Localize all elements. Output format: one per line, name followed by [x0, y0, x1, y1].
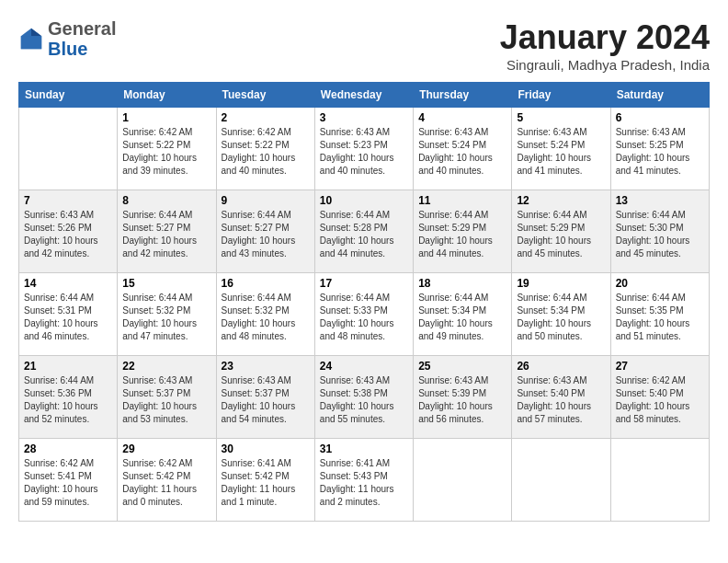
- weekday-header-cell: Friday: [512, 83, 610, 108]
- day-info: Sunrise: 6:43 AMSunset: 5:40 PMDaylight:…: [517, 374, 605, 426]
- day-number: 17: [320, 277, 408, 290]
- calendar-week-row: 14Sunrise: 6:44 AMSunset: 5:31 PMDayligh…: [19, 273, 710, 356]
- location: Singrauli, Madhya Pradesh, India: [500, 57, 710, 73]
- day-info: Sunrise: 6:44 AMSunset: 5:33 PMDaylight:…: [320, 292, 408, 343]
- day-number: 16: [222, 277, 310, 290]
- day-info: Sunrise: 6:44 AMSunset: 5:35 PMDaylight:…: [616, 292, 704, 343]
- day-number: 13: [616, 194, 704, 207]
- day-number: 24: [320, 360, 408, 373]
- day-number: 12: [517, 194, 605, 207]
- day-number: 19: [517, 277, 605, 290]
- calendar-cell: 31Sunrise: 6:41 AMSunset: 5:43 PMDayligh…: [314, 439, 413, 522]
- day-info: Sunrise: 6:44 AMSunset: 5:30 PMDaylight:…: [616, 209, 704, 260]
- calendar-cell: 18Sunrise: 6:44 AMSunset: 5:34 PMDayligh…: [414, 273, 512, 356]
- day-info: Sunrise: 6:43 AMSunset: 5:26 PMDaylight:…: [24, 209, 112, 260]
- calendar-cell: 27Sunrise: 6:42 AMSunset: 5:40 PMDayligh…: [610, 356, 709, 439]
- day-info: Sunrise: 6:42 AMSunset: 5:42 PMDaylight:…: [122, 457, 210, 509]
- day-number: 5: [517, 111, 605, 124]
- day-info: Sunrise: 6:44 AMSunset: 5:27 PMDaylight:…: [122, 209, 210, 260]
- day-info: Sunrise: 6:43 AMSunset: 5:38 PMDaylight:…: [320, 374, 408, 426]
- calendar-cell: 26Sunrise: 6:43 AMSunset: 5:40 PMDayligh…: [512, 356, 610, 439]
- day-info: Sunrise: 6:42 AMSunset: 5:22 PMDaylight:…: [122, 126, 210, 178]
- day-info: Sunrise: 6:42 AMSunset: 5:40 PMDaylight:…: [616, 374, 704, 426]
- day-number: 31: [320, 442, 408, 455]
- day-info: Sunrise: 6:41 AMSunset: 5:43 PMDaylight:…: [320, 457, 408, 509]
- weekday-header-cell: Saturday: [610, 83, 709, 108]
- calendar-week-row: 28Sunrise: 6:42 AMSunset: 5:41 PMDayligh…: [19, 439, 710, 522]
- day-number: 18: [418, 277, 506, 290]
- calendar-cell: 7Sunrise: 6:43 AMSunset: 5:26 PMDaylight…: [19, 190, 118, 273]
- day-info: Sunrise: 6:43 AMSunset: 5:37 PMDaylight:…: [122, 374, 210, 426]
- day-info: Sunrise: 6:43 AMSunset: 5:25 PMDaylight:…: [616, 126, 704, 178]
- month-title: January 2024: [500, 18, 710, 57]
- calendar-cell: [19, 108, 118, 190]
- day-info: Sunrise: 6:44 AMSunset: 5:32 PMDaylight:…: [222, 292, 310, 343]
- day-info: Sunrise: 6:43 AMSunset: 5:24 PMDaylight:…: [517, 126, 605, 178]
- calendar-body: 1Sunrise: 6:42 AMSunset: 5:22 PMDaylight…: [19, 108, 710, 522]
- weekday-header-cell: Wednesday: [314, 83, 413, 108]
- day-info: Sunrise: 6:44 AMSunset: 5:29 PMDaylight:…: [517, 209, 605, 260]
- day-number: 3: [320, 111, 408, 124]
- calendar-cell: 29Sunrise: 6:42 AMSunset: 5:42 PMDayligh…: [118, 439, 216, 522]
- calendar-cell: 16Sunrise: 6:44 AMSunset: 5:32 PMDayligh…: [216, 273, 314, 356]
- weekday-header-cell: Tuesday: [216, 83, 314, 108]
- day-number: 14: [24, 277, 112, 290]
- calendar-cell: 28Sunrise: 6:42 AMSunset: 5:41 PMDayligh…: [19, 439, 118, 522]
- weekday-header-cell: Monday: [118, 83, 216, 108]
- calendar-cell: 3Sunrise: 6:43 AMSunset: 5:23 PMDaylight…: [314, 108, 413, 190]
- day-info: Sunrise: 6:44 AMSunset: 5:34 PMDaylight:…: [418, 292, 506, 343]
- weekday-header-cell: Thursday: [414, 83, 512, 108]
- calendar-cell: 4Sunrise: 6:43 AMSunset: 5:24 PMDaylight…: [414, 108, 512, 190]
- calendar-cell: 8Sunrise: 6:44 AMSunset: 5:27 PMDaylight…: [118, 190, 216, 273]
- day-info: Sunrise: 6:41 AMSunset: 5:42 PMDaylight:…: [222, 457, 310, 509]
- calendar-cell: 17Sunrise: 6:44 AMSunset: 5:33 PMDayligh…: [314, 273, 413, 356]
- day-number: 21: [24, 360, 112, 373]
- calendar-cell: 23Sunrise: 6:43 AMSunset: 5:37 PMDayligh…: [216, 356, 314, 439]
- day-info: Sunrise: 6:43 AMSunset: 5:39 PMDaylight:…: [418, 374, 506, 426]
- calendar-cell: 13Sunrise: 6:44 AMSunset: 5:30 PMDayligh…: [610, 190, 709, 273]
- day-number: 8: [122, 194, 210, 207]
- day-info: Sunrise: 6:44 AMSunset: 5:31 PMDaylight:…: [24, 292, 112, 343]
- day-info: Sunrise: 6:43 AMSunset: 5:23 PMDaylight:…: [320, 126, 408, 178]
- day-number: 15: [122, 277, 210, 290]
- header: General Blue January 2024 Singrauli, Mad…: [18, 18, 710, 73]
- calendar-cell: 5Sunrise: 6:43 AMSunset: 5:24 PMDaylight…: [512, 108, 610, 190]
- day-number: 28: [24, 442, 112, 455]
- logo-icon: [18, 26, 44, 52]
- day-info: Sunrise: 6:44 AMSunset: 5:32 PMDaylight:…: [122, 292, 210, 343]
- calendar-cell: 2Sunrise: 6:42 AMSunset: 5:22 PMDaylight…: [216, 108, 314, 190]
- svg-rect-2: [21, 36, 41, 49]
- day-info: Sunrise: 6:44 AMSunset: 5:28 PMDaylight:…: [320, 209, 408, 260]
- day-number: 22: [122, 360, 210, 373]
- day-info: Sunrise: 6:42 AMSunset: 5:41 PMDaylight:…: [24, 457, 112, 509]
- day-number: 6: [616, 111, 704, 124]
- day-info: Sunrise: 6:42 AMSunset: 5:22 PMDaylight:…: [222, 126, 310, 178]
- logo: General Blue: [18, 18, 116, 59]
- day-number: 26: [517, 360, 605, 373]
- calendar-cell: [610, 439, 709, 522]
- day-number: 23: [222, 360, 310, 373]
- weekday-header-row: SundayMondayTuesdayWednesdayThursdayFrid…: [19, 83, 710, 108]
- calendar-week-row: 7Sunrise: 6:43 AMSunset: 5:26 PMDaylight…: [19, 190, 710, 273]
- calendar-cell: 9Sunrise: 6:44 AMSunset: 5:27 PMDaylight…: [216, 190, 314, 273]
- calendar-cell: 1Sunrise: 6:42 AMSunset: 5:22 PMDaylight…: [118, 108, 216, 190]
- day-info: Sunrise: 6:44 AMSunset: 5:36 PMDaylight:…: [24, 374, 112, 426]
- calendar-cell: [512, 439, 610, 522]
- calendar: SundayMondayTuesdayWednesdayThursdayFrid…: [18, 82, 710, 522]
- title-area: January 2024 Singrauli, Madhya Pradesh, …: [500, 18, 710, 73]
- calendar-cell: 12Sunrise: 6:44 AMSunset: 5:29 PMDayligh…: [512, 190, 610, 273]
- day-number: 9: [222, 194, 310, 207]
- calendar-cell: 6Sunrise: 6:43 AMSunset: 5:25 PMDaylight…: [610, 108, 709, 190]
- weekday-header-cell: Sunday: [19, 83, 118, 108]
- day-number: 30: [222, 442, 310, 455]
- calendar-cell: [414, 439, 512, 522]
- calendar-cell: 30Sunrise: 6:41 AMSunset: 5:42 PMDayligh…: [216, 439, 314, 522]
- calendar-cell: 22Sunrise: 6:43 AMSunset: 5:37 PMDayligh…: [118, 356, 216, 439]
- day-number: 20: [616, 277, 704, 290]
- day-number: 11: [418, 194, 506, 207]
- day-info: Sunrise: 6:43 AMSunset: 5:24 PMDaylight:…: [418, 126, 506, 178]
- day-number: 7: [24, 194, 112, 207]
- day-number: 27: [616, 360, 704, 373]
- svg-marker-1: [31, 29, 41, 36]
- calendar-cell: 14Sunrise: 6:44 AMSunset: 5:31 PMDayligh…: [19, 273, 118, 356]
